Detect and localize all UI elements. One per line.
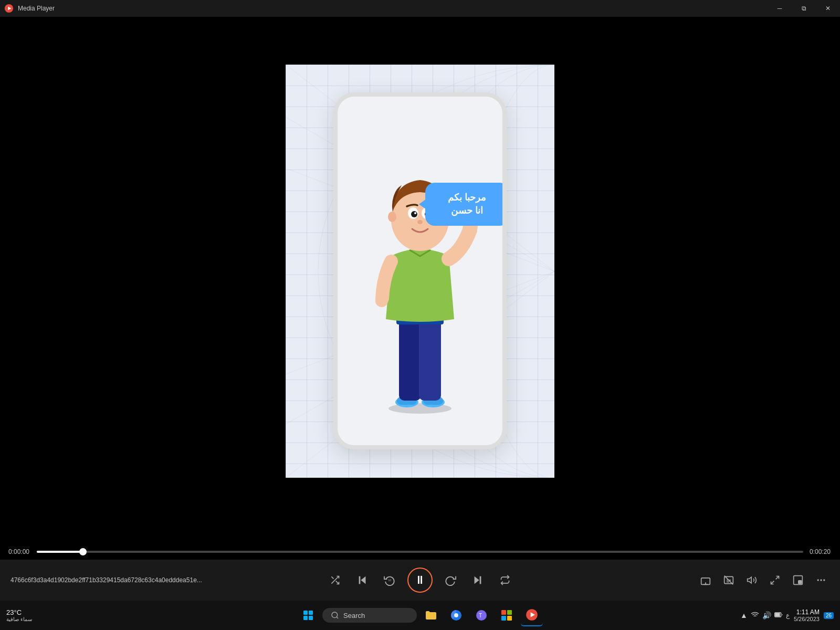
- video-area: مرحبا بكم انا حسن: [0, 17, 840, 525]
- notification-badge[interactable]: 26: [824, 612, 834, 619]
- phone-frame: مرحبا بكم انا حسن: [333, 92, 507, 449]
- title-bar-title: Media Player: [18, 5, 55, 12]
- svg-rect-56: [303, 611, 308, 615]
- language-icon[interactable]: ع: [786, 612, 790, 619]
- search-text: Search: [343, 612, 365, 620]
- media-player-taskbar-button[interactable]: [521, 604, 543, 626]
- svg-text:T: T: [479, 613, 482, 618]
- miniplayer-button[interactable]: [790, 572, 806, 589]
- svg-line-50: [771, 581, 774, 584]
- window-controls: ─ ⧉ ✕: [768, 0, 840, 17]
- svg-rect-75: [775, 613, 780, 616]
- svg-marker-40: [475, 576, 479, 584]
- teams-button[interactable]: T: [470, 604, 492, 626]
- more-button[interactable]: [813, 572, 830, 589]
- weather-widget[interactable]: 23°C سماء صافية: [6, 608, 32, 622]
- battery-icon[interactable]: [774, 611, 783, 621]
- volume-tray-icon[interactable]: 🔊: [762, 611, 771, 620]
- shuffle-button[interactable]: [326, 571, 344, 590]
- network-icon[interactable]: [751, 611, 759, 621]
- file-name: 4766c6f3d3a4d1902bde2ff71b3329415da6728c…: [10, 576, 202, 584]
- svg-point-27: [411, 211, 417, 217]
- svg-rect-57: [309, 611, 313, 615]
- minimize-button[interactable]: ─: [768, 0, 792, 17]
- file-explorer-button[interactable]: [420, 604, 442, 626]
- svg-point-60: [332, 612, 338, 618]
- play-pause-button[interactable]: ⏸: [407, 568, 433, 593]
- speech-bubble-text: مرحبا بكم انا حسن: [438, 191, 497, 217]
- clock[interactable]: 1:11 AM 5/26/2023: [794, 608, 820, 622]
- svg-point-22: [375, 295, 388, 307]
- svg-point-55: [823, 579, 825, 581]
- controls-right: [697, 572, 830, 589]
- character-container: مرحبا بكم انا حسن: [341, 120, 499, 414]
- svg-rect-58: [303, 616, 308, 620]
- app-icon: [4, 4, 14, 13]
- total-time: 0:00:20: [810, 548, 832, 555]
- svg-rect-18: [419, 319, 441, 401]
- search-box[interactable]: Search: [322, 608, 417, 623]
- svg-point-29: [414, 212, 416, 214]
- volume-button[interactable]: [743, 572, 760, 589]
- weather-desc: سماء صافية: [6, 616, 32, 622]
- svg-rect-69: [507, 616, 512, 621]
- svg-rect-59: [309, 616, 313, 620]
- svg-point-53: [817, 579, 819, 581]
- current-time: 0:00:00: [8, 548, 30, 555]
- maximize-button[interactable]: ⧉: [792, 0, 816, 17]
- controls-center: 10 ⏸: [326, 568, 514, 593]
- progress-bar[interactable]: [37, 551, 803, 553]
- svg-line-49: [776, 576, 779, 580]
- svg-rect-67: [507, 610, 512, 615]
- svg-rect-68: [501, 616, 506, 621]
- svg-marker-48: [748, 577, 752, 583]
- close-button[interactable]: ✕: [816, 0, 840, 17]
- svg-line-36: [331, 576, 333, 579]
- svg-point-32: [388, 212, 396, 222]
- weather-temp: 23°C: [6, 608, 22, 616]
- tray-expand-icon[interactable]: ▲: [740, 611, 748, 620]
- cast-button[interactable]: [697, 572, 714, 589]
- video-content: مرحبا بكم انا حسن: [286, 65, 554, 478]
- speech-bubble: مرحبا بكم انا حسن: [425, 183, 507, 226]
- svg-text:10: 10: [388, 579, 391, 582]
- svg-rect-41: [480, 576, 481, 584]
- progress-bar-fill: [37, 551, 83, 553]
- forward-button[interactable]: [441, 571, 460, 590]
- progress-bar-area: 0:00:00 0:00:20: [0, 544, 840, 560]
- store-button[interactable]: [496, 604, 518, 626]
- svg-line-61: [337, 617, 338, 618]
- svg-marker-37: [361, 576, 365, 584]
- browser-button[interactable]: [445, 604, 467, 626]
- progress-thumb: [79, 548, 87, 555]
- start-button[interactable]: [297, 604, 319, 626]
- svg-point-31: [417, 220, 423, 224]
- taskbar: 23°C سماء صافية Search: [0, 601, 840, 630]
- taskbar-center: Search T: [297, 604, 543, 626]
- system-tray: ▲ 🔊 ع: [740, 611, 790, 621]
- next-button[interactable]: [468, 571, 487, 590]
- title-bar: Media Player ─ ⧉ ✕: [0, 0, 840, 17]
- svg-rect-66: [501, 610, 506, 615]
- prev-button[interactable]: [353, 571, 372, 590]
- taskbar-left: 23°C سماء صافية: [6, 608, 36, 622]
- svg-rect-52: [799, 581, 802, 584]
- clock-time: 1:11 AM: [796, 608, 820, 616]
- subtitles-button[interactable]: [720, 572, 737, 589]
- svg-rect-17: [399, 319, 421, 401]
- fullscreen-button[interactable]: [766, 572, 783, 589]
- svg-line-35: [336, 581, 339, 584]
- svg-point-54: [820, 579, 822, 581]
- controls-bar: 4766c6f3d3a4d1902bde2ff71b3329415da6728c…: [0, 560, 840, 601]
- taskbar-right: ▲ 🔊 ع 1:11 AM: [740, 608, 834, 622]
- rewind-button[interactable]: 10: [380, 571, 399, 590]
- svg-point-63: [454, 613, 458, 617]
- clock-date: 5/26/2023: [794, 616, 820, 622]
- svg-rect-38: [359, 576, 361, 584]
- repeat-button[interactable]: [496, 571, 514, 590]
